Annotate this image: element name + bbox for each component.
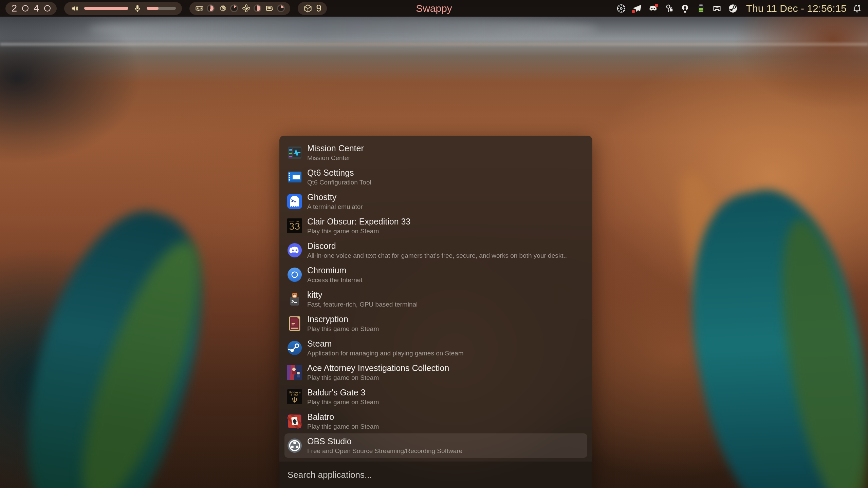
- app-item-qt6-settings[interactable]: Qt6 Settings Qt6 Configuration Tool: [284, 165, 587, 189]
- workspace-2[interactable]: 2: [12, 3, 17, 13]
- package-updates-module[interactable]: 9: [298, 2, 327, 15]
- app-title: Chromium: [307, 266, 363, 275]
- app-subtitle: Play this game on Steam: [307, 398, 379, 406]
- inscryption-app-icon: [287, 316, 302, 331]
- app-item-steam[interactable]: Steam Application for managing and playi…: [284, 336, 587, 360]
- telegram-tray-icon[interactable]: [632, 3, 643, 14]
- system-tray: [616, 3, 738, 14]
- notification-bell-icon[interactable]: [852, 3, 863, 14]
- vram-usage-pie: [277, 4, 285, 12]
- app-subtitle: Play this game on Steam: [307, 325, 379, 333]
- gpu-usage-sensor: [242, 4, 261, 13]
- workspace-empty-dot[interactable]: [22, 5, 29, 12]
- gpu-usage-pie: [254, 4, 261, 12]
- app-launcher-panel: Mission Center Mission Center Qt6 Settin…: [279, 136, 592, 488]
- app-title: Ace Attorney Investigations Collection: [307, 363, 449, 373]
- app-subtitle: Application for managing and playing gam…: [307, 350, 464, 357]
- microphone-icon[interactable]: [133, 4, 142, 13]
- volume-slider[interactable]: [84, 7, 128, 10]
- steelseries-tray-icon[interactable]: [616, 3, 627, 14]
- app-item-ace-attorney[interactable]: Ace Attorney Investigations Collection P…: [284, 360, 587, 385]
- app-title: Inscryption: [307, 314, 379, 324]
- cpu-icon: [218, 4, 227, 13]
- memory-usage-pie: [207, 4, 215, 12]
- app-title: Steam: [307, 339, 464, 348]
- baldurs-gate-3-app-icon: Baldur'sGate: [287, 389, 302, 404]
- app-item-ghostty[interactable]: Ghostty A terminal emulator: [284, 189, 587, 214]
- cpu-usage-pie: [230, 4, 238, 12]
- top-bar-left-modules: 24 9: [5, 2, 327, 15]
- app-title: Discord: [307, 241, 567, 251]
- app-title: Clair Obscur: Expedition 33: [307, 217, 410, 226]
- system-sensors-module[interactable]: [189, 2, 290, 15]
- app-item-balatro[interactable]: Balatro Play this game on Steam: [284, 409, 587, 433]
- app-title: Baldur's Gate 3: [307, 388, 379, 397]
- qt6-settings-app-icon: [287, 170, 302, 184]
- workspace-4[interactable]: 4: [34, 3, 39, 13]
- app-title: Ghostty: [307, 192, 363, 202]
- app-subtitle: All-in-one voice and text chat for gamer…: [307, 252, 567, 259]
- notification-badge: [655, 4, 658, 7]
- audio-module: [64, 2, 182, 15]
- app-title: Balatro: [307, 412, 379, 422]
- app-subtitle: Fast, feature-rich, GPU based terminal: [307, 301, 418, 308]
- app-item-obs-studio[interactable]: OBS Studio Free and Open Source Streamin…: [284, 433, 587, 458]
- app-item-mission-center[interactable]: Mission Center Mission Center: [284, 140, 587, 165]
- battery-tray-icon[interactable]: [696, 3, 706, 14]
- clair-obscur-app-icon: 33: [287, 218, 302, 233]
- memory-usage-sensor: [195, 4, 215, 13]
- memory-icon: [195, 4, 204, 13]
- app-subtitle: Qt6 Configuration Tool: [307, 179, 371, 186]
- app-subtitle: Play this game on Steam: [307, 228, 410, 235]
- svg-text:33: 33: [289, 221, 300, 232]
- balatro-app-icon: [287, 414, 302, 429]
- app-title: kitty: [307, 290, 418, 299]
- svg-text:Gate: Gate: [291, 393, 298, 397]
- app-subtitle: Free and Open Source Streaming/Recording…: [307, 447, 462, 455]
- clock[interactable]: Thu 11 Dec - 12:56:15: [746, 3, 847, 14]
- app-title: Qt6 Settings: [307, 168, 371, 177]
- app-subtitle: A terminal emulator: [307, 203, 363, 211]
- app-item-kitty[interactable]: kitty Fast, feature-rich, GPU based term…: [284, 287, 587, 311]
- app-item-chromium[interactable]: Chromium Access the Internet: [284, 262, 587, 287]
- discord-app-icon: [287, 243, 302, 258]
- app-item-inscryption[interactable]: Inscryption Play this game on Steam: [284, 311, 587, 336]
- workspaces-indicator[interactable]: 24: [5, 2, 57, 15]
- speaker-icon[interactable]: [70, 4, 80, 13]
- ghostty-app-icon: [287, 194, 302, 209]
- app-subtitle: Access the Internet: [307, 276, 363, 284]
- search-bar: [279, 461, 592, 488]
- ethernet-tray-icon[interactable]: [712, 3, 722, 14]
- discord-tray-icon[interactable]: [648, 3, 659, 14]
- app-item-discord[interactable]: Discord All-in-one voice and text chat f…: [284, 238, 587, 262]
- app-title: Mission Center: [307, 143, 364, 153]
- workspace-empty-dot[interactable]: [44, 5, 51, 12]
- top-bar: 24 9 Swappy Thu 11 Dec: [0, 0, 868, 17]
- vram-icon: [265, 4, 274, 13]
- steam-app-icon: [287, 340, 302, 355]
- gpu-icon: [242, 4, 251, 13]
- vram-usage-sensor: [265, 4, 285, 13]
- mic-slider[interactable]: [147, 7, 176, 10]
- cpu-usage-sensor: [218, 4, 238, 13]
- top-bar-right-modules: Thu 11 Dec - 12:56:15: [616, 3, 863, 14]
- app-subtitle: Mission Center: [307, 154, 364, 162]
- steam-tray-icon[interactable]: [727, 3, 738, 14]
- keepassxc-tray-icon[interactable]: [664, 3, 675, 14]
- chromium-app-icon: [287, 267, 302, 282]
- app-subtitle: Play this game on Steam: [307, 374, 449, 382]
- keyhole-tray-icon[interactable]: [680, 3, 690, 14]
- app-title: OBS Studio: [307, 436, 462, 446]
- app-list: Mission Center Mission Center Qt6 Settin…: [279, 136, 592, 458]
- mission-center-app-icon: [287, 145, 302, 160]
- notification-badge: [632, 10, 635, 13]
- package-box-icon: [303, 4, 313, 13]
- app-item-baldurs-gate-3[interactable]: Baldur'sGate Baldur's Gate 3 Play this g…: [284, 385, 587, 409]
- package-updates-count: 9: [316, 3, 321, 14]
- app-item-clair-obscur[interactable]: 33 Clair Obscur: Expedition 33 Play this…: [284, 214, 587, 238]
- app-subtitle: Play this game on Steam: [307, 423, 379, 430]
- obs-studio-app-icon: [287, 438, 302, 453]
- desktop: 24 9 Swappy Thu 11 Dec: [0, 0, 868, 488]
- kitty-app-icon: [287, 292, 302, 307]
- search-input[interactable]: [288, 470, 584, 480]
